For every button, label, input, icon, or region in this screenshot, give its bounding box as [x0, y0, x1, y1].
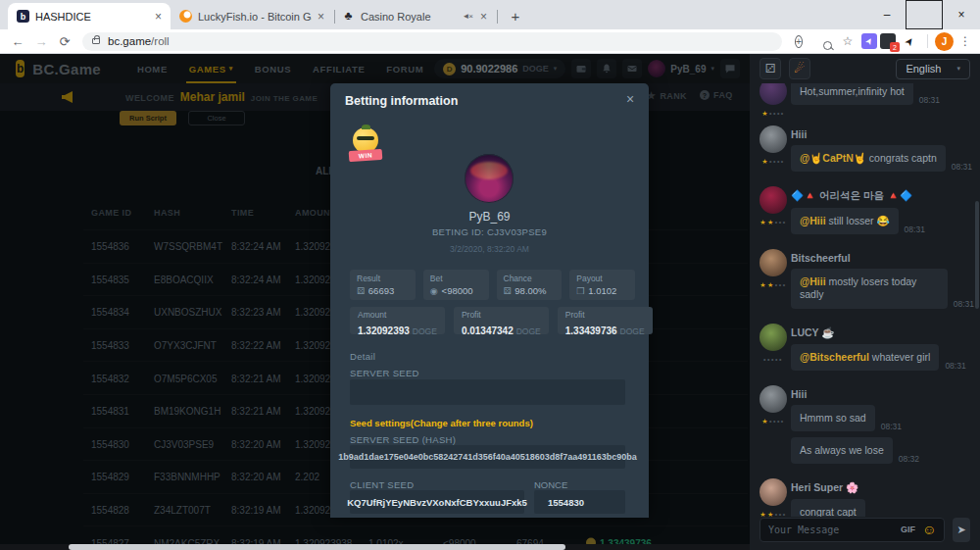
- stat-value: 1.0102: [588, 285, 616, 296]
- chat-avatar[interactable]: [760, 83, 787, 105]
- window-controls: – ×: [868, 0, 980, 29]
- minimize-button[interactable]: –: [868, 0, 906, 29]
- emoji-icon[interactable]: ☺: [922, 523, 936, 536]
- server-seed-label: SERVER SEED: [350, 368, 419, 378]
- amount-value: 1.32092393: [358, 325, 410, 336]
- browser-tab[interactable]: Casino Royale ◄× ×: [333, 3, 496, 29]
- bookmark-star-icon[interactable]: ☆: [837, 34, 858, 48]
- amount-currency: DOGE: [413, 326, 437, 336]
- modal-close-button[interactable]: ×: [622, 91, 638, 107]
- speaker-muted-icon[interactable]: ◄×: [462, 12, 472, 21]
- chat-message-part: @Hiii mostly losers today sadly 08:31: [791, 269, 974, 308]
- user-level-stars: ★★•••: [756, 216, 791, 225]
- player-avatar[interactable]: [465, 154, 514, 203]
- horizontal-scrollbar: [0, 544, 750, 550]
- chat-avatar[interactable]: [760, 249, 787, 276]
- chat-username[interactable]: 🔷🔺 어리석은 마음 🔺🔷: [791, 189, 974, 203]
- tab-bar: HASHDICE × LuckyFish.io - Bitcoin Gambli…: [0, 0, 980, 29]
- mention-link[interactable]: @Bitscheerful: [800, 351, 869, 363]
- dice-icon: ⚂: [765, 62, 775, 75]
- close-window-button[interactable]: ×: [943, 0, 980, 29]
- send-message-button[interactable]: ➤: [953, 518, 970, 542]
- chat-timestamp: 08:32: [899, 454, 919, 464]
- amount-currency: DOGE: [620, 326, 645, 336]
- chat-scrollbar-thumb[interactable]: [975, 201, 979, 309]
- player-username: PyB_69: [330, 210, 649, 224]
- reload-button[interactable]: ⟳: [53, 34, 76, 49]
- stat-label: Result: [357, 274, 409, 283]
- chat-timestamp: 08:31: [919, 95, 940, 105]
- browser-toolbar: ← → ⟳ bc.game/roll + ☆ ➤ 2 ➤ J ⋮: [0, 29, 980, 54]
- tab-close-icon[interactable]: ×: [318, 11, 324, 23]
- horizontal-scrollbar-thumb[interactable]: [69, 544, 565, 550]
- new-tab-button[interactable]: +: [504, 4, 527, 27]
- tab-title: HASHDICE: [35, 11, 149, 23]
- stat-label: Chance: [504, 274, 556, 283]
- tab-close-icon[interactable]: ×: [155, 11, 162, 23]
- dice-game-button[interactable]: ⚂: [760, 58, 781, 79]
- chat-bubble: Hot,summer,infinity hot: [791, 83, 913, 105]
- chat-avatar[interactable]: [760, 125, 787, 153]
- mention-link[interactable]: @Hiii: [800, 275, 826, 287]
- extension-vpn-icon[interactable]: ➤: [861, 33, 877, 49]
- chat-avatar[interactable]: [760, 385, 787, 413]
- chat-input-area: GIF ☺ ➤: [750, 517, 980, 550]
- chat-username[interactable]: Heri Super 🌸: [791, 481, 974, 494]
- tab-favicon-icon: [179, 10, 192, 23]
- comet-icon: ☄: [795, 62, 806, 75]
- amount-card: Profit 0.01347342DOGE: [454, 307, 549, 334]
- crash-game-button[interactable]: ☄: [789, 58, 810, 79]
- chat-bubble: congrat capt: [791, 499, 865, 517]
- gif-button[interactable]: GIF: [901, 525, 915, 534]
- tab-close-icon[interactable]: ×: [480, 11, 487, 23]
- message-input[interactable]: [768, 525, 894, 535]
- detail-label: Detail: [350, 351, 375, 362]
- mention-link[interactable]: @Hiii: [800, 215, 826, 226]
- maximize-button[interactable]: [906, 0, 943, 29]
- server-seed-hash-field[interactable]: 1b9ad1dae175e04e0bc58242741d356f40a40518…: [350, 445, 625, 469]
- extension-icon[interactable]: 2: [880, 33, 896, 49]
- browser-tab[interactable]: HASHDICE ×: [8, 3, 171, 29]
- bet-id: BETING ID: CJ3V03PSE9: [330, 226, 649, 237]
- chat-bubble: @🤘CaPtN🤘 congrats captn: [791, 145, 946, 172]
- chat-bubble: @Hiii mostly losers today sadly: [791, 269, 948, 308]
- chat-username[interactable]: LUCY ☕: [791, 326, 974, 339]
- server-seed-field[interactable]: [350, 379, 625, 405]
- toolbar-right: + ☆ ➤ 2 ➤ J ⋮: [788, 32, 974, 51]
- seed-settings-label: Seed settings(Change after three rounds): [350, 418, 533, 428]
- stat-card: Chance ⚄98.00%: [497, 270, 563, 300]
- extension-cursor-icon[interactable]: ➤: [898, 28, 920, 53]
- server-seed-hash-label: SERVER SEED (HASH): [350, 434, 456, 445]
- url-path: /roll: [151, 35, 170, 47]
- mention-link[interactable]: @🤘CaPtN🤘: [800, 152, 866, 164]
- amount-card: Profit 1.33439736DOGE: [558, 307, 653, 334]
- chat-bubble: Hmmm so sad: [791, 405, 875, 431]
- bet-date: 3/2/2020, 8:32:20 AM: [330, 244, 649, 254]
- chat-message-part: @Bitscheerful whatever girl 08:31: [791, 344, 974, 371]
- chat-message: ★★••• Heri Super 🌸 congrat capt 08:32: [756, 478, 974, 517]
- chat-avatar[interactable]: [760, 324, 787, 351]
- language-selector[interactable]: English ▾: [896, 59, 970, 79]
- chat-username[interactable]: Bitscheerful: [791, 252, 974, 264]
- browser-menu-icon[interactable]: ⋮: [956, 34, 974, 48]
- bet-stats-row: Result ⚄66693 Bet ◉<98000 Chance ⚄98.00%…: [350, 270, 635, 300]
- chat-bubble: As always we lose: [791, 437, 893, 464]
- address-bar[interactable]: bc.game/roll: [82, 32, 782, 51]
- back-button[interactable]: ←: [6, 34, 29, 49]
- client-seed-field[interactable]: KQ7UfRjYEyNBvzVXoNxfCBYxxuuJFxk5: [350, 490, 524, 514]
- tab-favicon-icon: [342, 10, 355, 23]
- chat-username[interactable]: Hiii: [791, 388, 974, 400]
- win-badge: WIN: [351, 127, 380, 163]
- zoom-page-icon[interactable]: +: [788, 34, 809, 48]
- chat-message-part: Hot,summer,infinity hot 08:31: [791, 83, 974, 105]
- amount-value: 1.33439736: [565, 325, 617, 336]
- chat-avatar[interactable]: [760, 186, 787, 214]
- cards-icon: ❒: [576, 286, 584, 296]
- browser-tab[interactable]: LuckyFish.io - Bitcoin Gambling S ×: [171, 3, 333, 29]
- stat-card: Result ⚄66693: [350, 270, 416, 300]
- chat-avatar[interactable]: [760, 478, 787, 506]
- nonce-field[interactable]: 1554830: [534, 490, 625, 514]
- forward-button[interactable]: →: [29, 34, 53, 49]
- browser-profile-avatar[interactable]: J: [935, 32, 954, 51]
- chat-username[interactable]: Hiii: [791, 128, 974, 140]
